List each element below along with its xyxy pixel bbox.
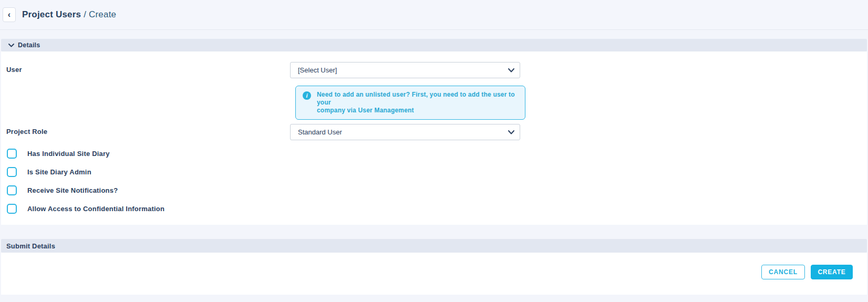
chevron-down-icon [8,44,14,47]
checkbox-label: Has Individual Site Diary [27,150,110,158]
back-button[interactable]: ‹ [3,7,16,22]
submit-card: Submit Details CANCEL CREATE [1,239,867,295]
info-notice: i Need to add an unlisted user? First, y… [295,86,525,120]
checkbox-row: Is Site Diary Admin [7,167,867,177]
chevron-down-icon [508,130,514,134]
breadcrumb-primary: Project Users [22,9,81,19]
details-section-title: Details [18,41,40,49]
page-header: ‹ Project Users / Create [0,0,868,30]
checkbox-label: Receive Site Notifications? [27,186,118,194]
project-role-select-value: Standard User [298,128,342,136]
submit-actions: CANCEL CREATE [1,253,867,295]
info-notice-line2: company via User Management [317,107,518,114]
project-role-field-label: Project Role [1,124,290,136]
info-notice-row: i Need to add an unlisted user? First, y… [295,86,867,120]
submit-section-title: Submit Details [6,242,55,250]
user-select[interactable]: [Select User] [290,62,520,78]
receive-site-notifications-checkbox[interactable] [7,185,17,195]
is-site-diary-admin-checkbox[interactable] [7,167,17,177]
create-button[interactable]: CREATE [811,265,853,279]
checkbox-row: Allow Access to Confidential Information [7,204,867,214]
details-card: Details User [Select User] i Need to add… [1,39,867,225]
project-role-select[interactable]: Standard User [290,124,520,140]
checkbox-label: Allow Access to Confidential Information [27,205,164,213]
allow-access-confidential-checkbox[interactable] [7,204,17,214]
breadcrumb-separator: / [84,9,86,19]
info-notice-line1: Need to add an unlisted user? First, you… [317,91,518,107]
project-role-field-row: Project Role Standard User [1,124,867,140]
checkbox-label: Is Site Diary Admin [27,168,91,176]
user-field-label: User [1,62,290,74]
info-icon: i [303,91,311,100]
checkbox-row: Has Individual Site Diary [7,149,867,159]
has-individual-site-diary-checkbox[interactable] [7,149,17,159]
breadcrumb-secondary: Create [89,9,116,19]
chevron-down-icon [508,68,514,72]
info-notice-text: Need to add an unlisted user? First, you… [317,91,518,114]
checkbox-group: Has Individual Site Diary Is Site Diary … [1,149,867,214]
cancel-button[interactable]: CANCEL [761,265,805,279]
chevron-left-icon: ‹ [8,11,11,19]
user-field-row: User [Select User] [1,62,867,78]
user-select-value: [Select User] [298,66,337,74]
checkbox-row: Receive Site Notifications? [7,185,867,195]
page-title: Project Users / Create [22,9,116,20]
details-form: User [Select User] i Need to add an unli… [1,51,867,225]
submit-section-header: Submit Details [1,239,867,253]
details-section-header[interactable]: Details [1,39,867,51]
